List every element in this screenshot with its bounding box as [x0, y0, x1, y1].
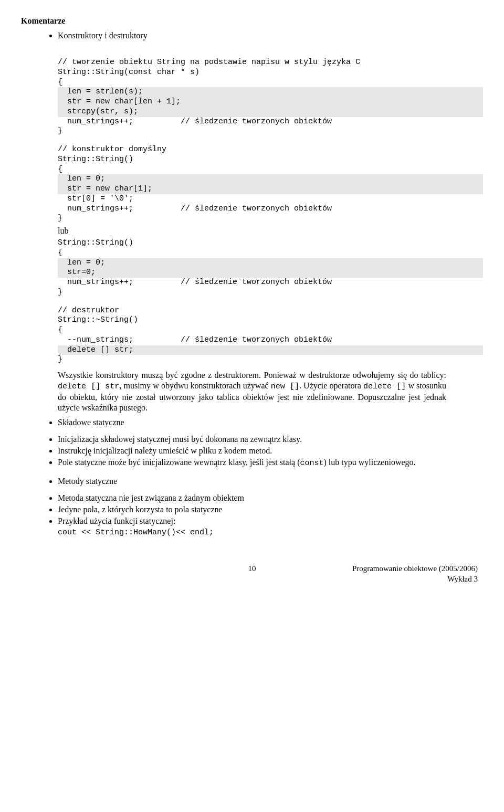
code-line-highlight: str = new char[1]; [58, 184, 483, 194]
inline-code: cout << String::HowMany()<< endl; [58, 528, 214, 537]
code-line: String::~String() [58, 315, 483, 325]
code-line: --num_strings; // śledzenie tworzonych o… [58, 335, 483, 345]
sub-bullet-list-static-fields: Inicjalizacja składowej statycznej musi … [21, 434, 483, 469]
bullet-item-static-methods-head: Metody statyczne [58, 476, 483, 487]
code-comment: // tworzenie obiektu String na podstawie… [58, 58, 483, 68]
code-line: num_strings++; // śledzenie tworzonych o… [58, 117, 483, 127]
code-line-highlight: str = new char[len + 1]; [58, 97, 483, 107]
page-heading: Komentarze [21, 16, 483, 26]
sub-bullet-list-static-methods: Metoda statyczna nie jest związana z żad… [21, 493, 483, 538]
code-line-highlight: len = 0; [58, 258, 483, 268]
code-line: { [58, 325, 483, 335]
code-line: num_strings++; // śledzenie tworzonych o… [58, 278, 483, 288]
sub-item: Inicjalizacja składowej statycznej musi … [58, 434, 483, 445]
bullet-item-static-fields-head: Składowe statyczne [58, 417, 483, 428]
paragraph-explanation: Wszystkie konstruktory muszą być zgodne … [58, 370, 446, 413]
sub-item: Jedyne pola, z których korzysta to pola … [58, 504, 483, 515]
code-block-destructor: // destruktor String::~String() { --num_… [58, 306, 483, 365]
code-line: String::String(const char * s) [58, 68, 483, 78]
bullet-list-static-fields: Składowe statyczne [21, 417, 483, 428]
code-line: } [58, 355, 483, 365]
bullet-item-constructors: Konstruktory i destruktory [58, 30, 483, 41]
code-line: { [58, 78, 483, 88]
code-line: } [58, 288, 483, 298]
lub-text: lub [58, 226, 483, 236]
code-block-constructor-default-alt: String::String() { len = 0; str=0; num_s… [58, 238, 483, 298]
code-line: } [58, 214, 483, 224]
code-block-constructor-cstring: // tworzenie obiektu String na podstawie… [58, 58, 483, 136]
code-comment: // destruktor [58, 306, 483, 316]
sub-item: Instrukcję inicjalizacji należy umieścić… [58, 446, 483, 456]
code-line: num_strings++; // śledzenie tworzonych o… [58, 204, 483, 214]
code-line-highlight: str=0; [58, 268, 483, 278]
sub-item: Metoda statyczna nie jest związana z żad… [58, 493, 483, 503]
code-line: String::String() [58, 155, 483, 165]
code-line: { [58, 165, 483, 175]
code-line: str[0] = '\0'; [58, 194, 483, 204]
code-line-highlight: len = 0; [58, 174, 483, 184]
code-line: String::String() [58, 238, 483, 248]
code-block-constructor-default: // konstruktor domyślny String::String()… [58, 145, 483, 224]
code-line-highlight: strcpy(str, s); [58, 107, 483, 117]
code-comment: // konstruktor domyślny [58, 145, 483, 155]
bullet-list-1: Konstruktory i destruktory [21, 30, 483, 41]
sub-item: Pole statyczne może być inicjalizowane w… [58, 457, 483, 469]
bullet-list-static-methods: Metody statyczne [21, 476, 483, 487]
sub-item: Przykład użycia funkcji statycznej: cout… [58, 516, 483, 538]
code-line: { [58, 248, 483, 258]
code-line-highlight: delete [] str; [58, 345, 483, 355]
footer-title: Programowanie obiektowe (2005/2006) Wykł… [352, 564, 478, 584]
page-footer: 10 Programowanie obiektowe (2005/2006) W… [21, 564, 483, 574]
code-line-highlight: len = strlen(s); [58, 87, 483, 97]
code-line: } [58, 126, 483, 136]
